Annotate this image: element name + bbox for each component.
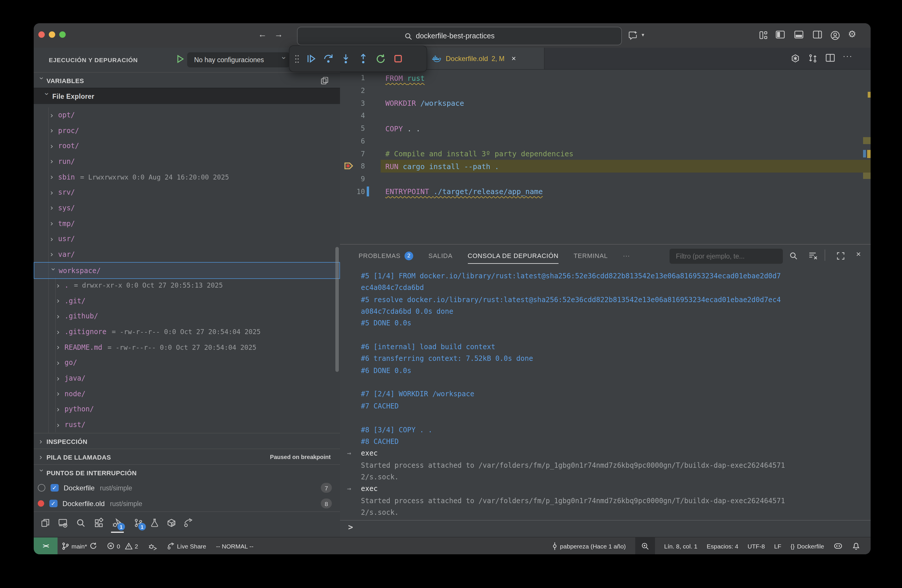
tree-item[interactable]: ›opt/ (34, 107, 340, 123)
breakpoints-section-header[interactable]: › PUNTOS DE INTERRUPCIÓN (34, 464, 340, 480)
tree-item[interactable]: ›var/ (34, 247, 340, 262)
language-mode-item[interactable]: {} Dockerfile (791, 543, 824, 549)
tree-item[interactable]: ›python/ (34, 402, 340, 417)
indentation-item[interactable]: Espacios: 4 (707, 543, 738, 549)
ai-assistant-icon[interactable] (791, 53, 800, 63)
notifications-item[interactable] (852, 541, 860, 550)
callstack-section-header[interactable]: › PILA DE LLAMADAS Paused on breakpoint (34, 449, 340, 465)
zoom-status-item[interactable] (635, 538, 655, 554)
line-number[interactable]: 9 (340, 175, 365, 183)
toggle-primary-sidebar-icon[interactable] (775, 30, 785, 39)
copy-icon[interactable] (321, 77, 328, 84)
tree-item[interactable]: ›run/ (34, 154, 340, 169)
tree-item[interactable]: ›.git/ (34, 293, 340, 308)
remote-indicator[interactable]: >< (34, 538, 58, 554)
close-panel-icon[interactable]: × (856, 249, 861, 258)
forward-icon[interactable]: → (274, 30, 283, 38)
explorer-icon[interactable] (40, 518, 50, 528)
debug-step-over-button[interactable] (322, 53, 334, 65)
split-editor-icon[interactable] (825, 53, 835, 62)
tree-item[interactable]: ›README.md= -rw-r--r-- 0:0 Oct 27 20:54:… (34, 339, 340, 355)
debug-stop-button[interactable] (392, 53, 404, 65)
tree-item[interactable]: ›sys/ (34, 200, 340, 216)
line-number[interactable]: 6 (340, 137, 365, 145)
tab-debug-console[interactable]: CONSOLA DE DEPURACIÓN (468, 245, 559, 267)
variables-scope-row[interactable]: › File Explorer (34, 88, 340, 104)
tree-item[interactable]: ›root/ (34, 138, 340, 154)
sidebar-scrollbar[interactable] (335, 247, 339, 372)
breakpoint-row[interactable]: ✓ Dockerfile rust/simple 7 (34, 480, 340, 496)
debug-status-item[interactable] (148, 542, 157, 550)
line-number[interactable]: 7 (340, 150, 365, 158)
open-changes-icon[interactable] (808, 53, 818, 63)
tree-item[interactable]: ›proc/ (34, 123, 340, 138)
chevron-down-icon[interactable]: ▾ (642, 32, 644, 38)
tree-item[interactable]: ›node/ (34, 386, 340, 402)
search-icon[interactable] (75, 518, 86, 528)
back-icon[interactable]: ← (258, 30, 267, 38)
start-debugging-icon[interactable] (175, 54, 185, 64)
line-number[interactable]: 4 (340, 112, 365, 120)
tree-item[interactable]: ›go/ (34, 355, 340, 371)
zoom-window-button[interactable] (59, 31, 66, 38)
console-prompt-chevron[interactable]: > (348, 522, 353, 532)
tree-item[interactable]: ›workspace/ (34, 262, 340, 278)
debug-restart-button[interactable] (374, 53, 387, 65)
toggle-panel-icon[interactable] (794, 30, 804, 39)
more-actions-icon[interactable]: ··· (843, 51, 853, 60)
tree-item[interactable]: ›sbin= Lrwxrwxrwx 0:0 Aug 24 16:20:00 20… (34, 169, 340, 185)
branch-item[interactable]: main* (62, 542, 97, 550)
close-icon[interactable]: × (511, 54, 516, 63)
find-icon[interactable] (789, 252, 798, 260)
tree-item[interactable]: ›.= drwxr-xr-x 0:0 Oct 27 20:55:13 2025 (34, 278, 340, 293)
tree-item[interactable]: ›.gitignore= -rw-r--r-- 0:0 Oct 27 20:54… (34, 324, 340, 339)
copilot-status-item[interactable] (833, 541, 843, 550)
toggle-secondary-sidebar-icon[interactable] (813, 30, 822, 39)
breakpoint-checkbox[interactable]: ✓ (49, 500, 57, 508)
line-number[interactable]: 10 (340, 188, 365, 195)
encoding-item[interactable]: UTF-8 (748, 543, 765, 549)
docker-icon[interactable] (166, 518, 177, 528)
tab-terminal[interactable]: TERMINAL (574, 245, 608, 267)
search-input[interactable] (416, 32, 515, 40)
tree-item[interactable]: ›java/ (34, 371, 340, 386)
live-share-item[interactable]: Live Share (166, 542, 206, 550)
watch-section-header[interactable]: › INSPECCIÓN (34, 433, 340, 449)
live-share-icon[interactable] (183, 518, 194, 528)
line-number[interactable]: 5 (340, 124, 365, 133)
tab-problems[interactable]: PROBLEMAS 2 (359, 245, 413, 267)
debug-config-dropdown[interactable]: No hay configuraciones › (187, 52, 290, 67)
testing-icon[interactable] (149, 518, 160, 528)
breakpoint-hit-icon[interactable] (344, 161, 353, 171)
tree-item[interactable]: ›srv/ (34, 185, 340, 200)
eol-item[interactable]: LF (774, 543, 781, 549)
breakpoint-checkbox[interactable]: ✓ (50, 484, 58, 492)
cursor-position-item[interactable]: Lín. 8, col. 1 (664, 543, 697, 549)
account-icon[interactable] (830, 30, 840, 41)
tree-item[interactable]: ›rust/ (34, 417, 340, 432)
debug-step-into-button[interactable] (340, 53, 352, 65)
more-tabs-icon[interactable]: ··· (623, 245, 630, 267)
minimize-window-button[interactable] (49, 31, 55, 38)
debug-step-out-button[interactable] (357, 53, 369, 65)
variables-section-header[interactable]: › VARIABLES (34, 72, 340, 88)
command-center-search[interactable] (297, 27, 622, 45)
toolbar-drag-handle[interactable] (294, 53, 299, 65)
tab-output[interactable]: SALIDA (428, 245, 453, 267)
remote-explorer-icon[interactable] (58, 518, 68, 528)
customize-layout-icon[interactable] (758, 30, 768, 40)
filter-input[interactable] (675, 252, 779, 260)
clear-console-icon[interactable] (808, 252, 818, 260)
git-blame-item[interactable]: pabpereza (Hace 1 año) (551, 542, 626, 550)
line-number[interactable]: 3 (340, 99, 365, 107)
line-number[interactable]: 2 (340, 87, 365, 95)
tab-dockerfile-old[interactable]: Dockerfile.old 2, M × (426, 48, 545, 69)
extensions-icon[interactable] (94, 518, 104, 528)
line-number[interactable]: 1 (340, 74, 365, 82)
vim-mode-indicator[interactable]: -- NORMAL -- (216, 543, 254, 549)
breakpoint-row[interactable]: ✓ Dockerfile.old rust/simple 8 (34, 496, 340, 511)
settings-gear-icon[interactable]: ⚙ (848, 28, 857, 39)
console-filter[interactable] (670, 249, 783, 264)
debug-continue-button[interactable] (305, 53, 317, 65)
tree-item[interactable]: ›usr/ (34, 231, 340, 247)
